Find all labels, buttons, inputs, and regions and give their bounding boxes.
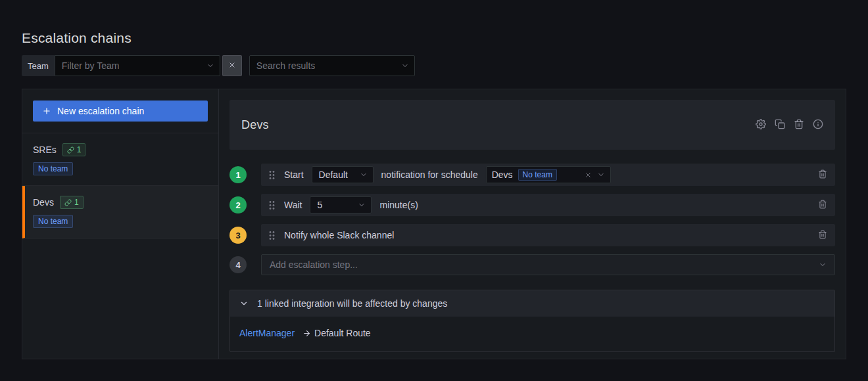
importance-value: Default <box>319 169 348 180</box>
info-button[interactable] <box>813 119 823 131</box>
arrow-right-icon <box>302 329 311 338</box>
team-badge: No team <box>33 215 73 228</box>
clear-team-filter-button[interactable] <box>222 55 242 76</box>
clear-schedule-icon[interactable] <box>585 171 592 179</box>
team-filter-placeholder: Filter by Team <box>62 60 120 71</box>
link-icon <box>64 199 72 206</box>
escalation-steps: 1 Start Default notification for sche <box>229 164 835 275</box>
delete-step-button[interactable] <box>818 230 827 241</box>
escalation-step-3: 3 Notify whole Slack channel <box>229 224 835 246</box>
chain-list: SREs 1 No team Devs <box>22 133 218 238</box>
chain-item-devs[interactable]: Devs 1 No team <box>22 186 218 238</box>
step-box: Notify whole Slack channel <box>261 224 835 246</box>
trash-icon <box>818 200 827 211</box>
new-escalation-chain-label: New escalation chain <box>57 106 144 116</box>
step-box: Start Default notification for schedule … <box>261 164 835 186</box>
chain-name: SREs <box>33 145 57 155</box>
linked-count-badge: 1 <box>62 143 86 156</box>
chevron-down-icon <box>819 261 827 269</box>
settings-button[interactable] <box>756 119 766 131</box>
schedule-team-badge: No team <box>518 169 557 181</box>
wait-duration-select[interactable]: 5 <box>310 196 372 213</box>
step-label: Notify whole Slack channel <box>284 230 394 240</box>
step-suffix: notification for schedule <box>381 169 478 180</box>
drag-handle-icon[interactable] <box>269 231 275 240</box>
link-icon <box>67 146 74 154</box>
chevron-down-icon <box>206 62 214 70</box>
schedule-select[interactable]: Devs No team <box>486 166 611 183</box>
chain-item-sres[interactable]: SREs 1 No team <box>22 133 218 186</box>
team-filter-select[interactable]: Filter by Team <box>55 55 220 76</box>
schedule-select-controls <box>585 171 605 179</box>
chain-name: Devs <box>33 197 54 208</box>
step-box: Wait 5 minute(s) <box>261 194 835 216</box>
linked-integrations-summary: 1 linked integration will be affected by… <box>257 298 447 309</box>
gear-icon <box>756 119 766 131</box>
linked-integrations-block: 1 linked integration will be affected by… <box>229 290 835 352</box>
delete-chain-button[interactable] <box>794 119 804 131</box>
chevron-down-icon <box>358 201 366 209</box>
linked-count: 1 <box>77 145 82 154</box>
drag-handle-icon[interactable] <box>269 200 275 210</box>
escalation-step-1: 1 Start Default notification for sche <box>229 164 835 186</box>
step-number-badge: 3 <box>229 227 247 244</box>
escalation-chains-page: Escalation chains Team Filter by Team Se… <box>0 0 868 359</box>
escalation-step-2: 2 Wait 5 minute(s) <box>229 194 835 216</box>
search-placeholder: Search results <box>256 60 315 71</box>
chain-header-actions <box>756 119 823 131</box>
chain-title: Devs <box>241 118 269 132</box>
chain-name-row: SREs 1 <box>33 143 208 156</box>
linked-integration-row: AlertManager Default Route <box>230 317 834 351</box>
linked-integrations-header[interactable]: 1 linked integration will be affected by… <box>230 290 834 317</box>
chain-header: Devs <box>229 100 835 150</box>
step-label: Start <box>284 169 304 180</box>
escalation-chains-panel: New escalation chain SREs 1 No team <box>22 89 846 359</box>
chevron-down-icon <box>239 299 249 308</box>
drag-handle-icon[interactable] <box>269 170 275 180</box>
delete-step-button[interactable] <box>818 169 827 181</box>
linked-count: 1 <box>74 198 79 207</box>
filter-row: Team Filter by Team Search results <box>22 55 846 76</box>
search-results-select[interactable]: Search results <box>249 55 415 76</box>
linked-count-badge: 1 <box>60 196 84 209</box>
schedule-value: Devs <box>492 169 513 180</box>
delete-step-button[interactable] <box>818 200 827 211</box>
step-suffix: minute(s) <box>379 200 418 210</box>
trash-icon <box>794 119 804 131</box>
chain-detail: Devs <box>219 89 846 359</box>
copy-icon <box>775 119 785 131</box>
route-name: Default Route <box>314 328 371 338</box>
step-number-badge: 4 <box>229 256 247 273</box>
importance-select[interactable]: Default <box>312 166 374 183</box>
wait-duration-value: 5 <box>317 200 322 210</box>
step-label: Wait <box>284 200 302 210</box>
plus-icon <box>42 106 51 116</box>
info-icon <box>813 119 823 131</box>
add-escalation-step-select[interactable]: Add escalation step... <box>261 254 835 275</box>
escalation-step-add: 4 Add escalation step... <box>229 254 835 275</box>
chain-name-row: Devs 1 <box>33 196 208 209</box>
trash-icon <box>818 169 827 181</box>
new-escalation-chain-button[interactable]: New escalation chain <box>33 101 208 122</box>
close-icon <box>228 61 236 71</box>
integration-link[interactable]: AlertManager <box>239 328 295 338</box>
step-number-badge: 2 <box>229 196 247 213</box>
add-step-placeholder: Add escalation step... <box>270 259 358 270</box>
copy-button[interactable] <box>775 119 785 131</box>
trash-icon <box>818 230 827 241</box>
chevron-down-icon <box>360 171 368 179</box>
step-number-badge: 1 <box>229 166 247 183</box>
page-title: Escalation chains <box>22 0 846 46</box>
team-badge: No team <box>33 162 73 175</box>
chains-sidebar: New escalation chain SREs 1 No team <box>22 89 219 359</box>
team-filter-label: Team <box>22 55 55 76</box>
chevron-down-icon <box>401 62 409 70</box>
chevron-down-icon <box>597 171 605 179</box>
